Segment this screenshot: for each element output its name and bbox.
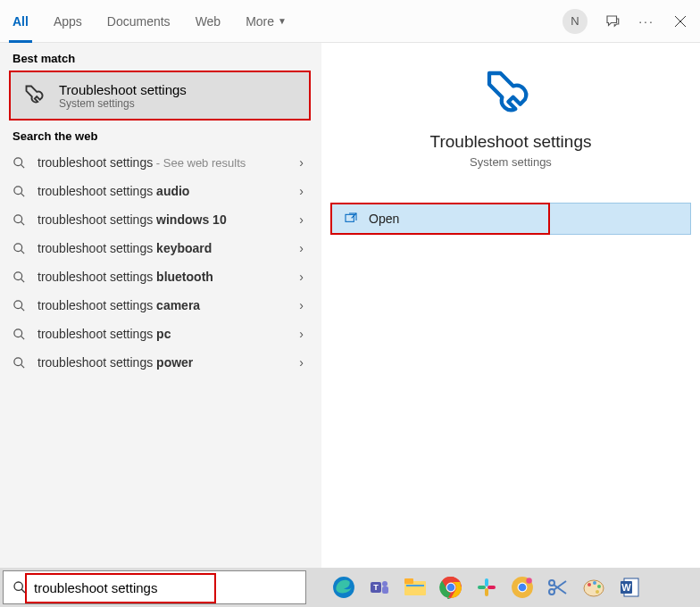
word-icon[interactable]: W: [615, 573, 644, 602]
best-match-item[interactable]: Troubleshoot settings System settings: [11, 72, 309, 119]
web-result[interactable]: troubleshoot settings pc›: [0, 320, 321, 348]
paint-icon[interactable]: [579, 573, 608, 602]
open-action[interactable]: Open: [330, 203, 691, 235]
close-icon[interactable]: [671, 12, 689, 30]
preview-subtitle: System settings: [470, 155, 552, 169]
svg-line-15: [21, 336, 24, 339]
svg-point-16: [14, 357, 22, 365]
search-icon: [12, 156, 29, 170]
tab-web[interactable]: Web: [183, 0, 234, 42]
search-icon: [12, 580, 27, 595]
snip-icon[interactable]: [544, 573, 572, 602]
best-match-subtitle: System settings: [59, 97, 187, 110]
best-match-highlight: Troubleshoot settings System settings: [9, 71, 311, 121]
svg-point-2: [14, 157, 22, 165]
avatar[interactable]: N: [562, 9, 588, 34]
explorer-icon[interactable]: [401, 573, 429, 602]
left-panel: Best match Troubleshoot settings System …: [0, 43, 321, 607]
svg-point-6: [14, 214, 22, 222]
web-result[interactable]: troubleshoot settings keyboard›: [0, 234, 321, 262]
body: Best match Troubleshoot settings System …: [0, 43, 700, 607]
web-result-text: troubleshoot settings bluetooth: [38, 270, 294, 284]
web-result[interactable]: troubleshoot settings audio›: [0, 177, 321, 205]
tab-more[interactable]: More▼: [233, 0, 299, 42]
svg-point-10: [14, 271, 22, 279]
preview: Troubleshoot settings System settings: [321, 43, 700, 187]
web-result[interactable]: troubleshoot settings camera›: [0, 291, 321, 320]
section-best-match: Best match: [0, 43, 321, 71]
svg-rect-33: [478, 586, 486, 589]
feedback-icon[interactable]: [604, 12, 621, 30]
svg-rect-35: [488, 586, 496, 589]
action-area: Open: [330, 203, 691, 235]
web-result[interactable]: troubleshoot settings power›: [0, 348, 321, 377]
section-search-web: Search the web: [0, 121, 321, 148]
svg-line-17: [21, 364, 24, 368]
svg-text:T: T: [373, 583, 379, 592]
svg-line-9: [21, 250, 24, 254]
svg-point-19: [14, 582, 22, 590]
web-results-list: troubleshoot settings - See web results›…: [0, 148, 321, 377]
tab-all[interactable]: All: [0, 0, 41, 42]
search-icon: [12, 213, 29, 227]
svg-rect-28: [406, 585, 424, 586]
open-label: Open: [369, 212, 399, 226]
slack-icon[interactable]: [472, 573, 501, 602]
right-panel: Troubleshoot settings System settings Op…: [321, 43, 700, 607]
tab-apps[interactable]: Apps: [41, 0, 95, 42]
tab-more-label: More: [246, 14, 274, 29]
taskbar: T W: [0, 568, 700, 607]
web-result-text: troubleshoot settings - See web results: [38, 155, 294, 170]
chevron-right-icon[interactable]: ›: [294, 355, 309, 370]
web-result-text: troubleshoot settings pc: [38, 327, 294, 341]
svg-text:W: W: [621, 582, 631, 593]
tab-documents[interactable]: Documents: [95, 0, 183, 42]
header: All Apps Documents Web More▼ N ···: [0, 0, 700, 43]
search-box[interactable]: [3, 570, 306, 604]
wrench-icon: [482, 66, 539, 123]
teams-icon[interactable]: T: [365, 573, 394, 602]
web-result[interactable]: troubleshoot settings windows 10›: [0, 205, 321, 234]
chevron-right-icon[interactable]: ›: [294, 155, 309, 170]
svg-point-39: [526, 578, 532, 584]
svg-point-14: [14, 328, 22, 337]
search-icon: [12, 328, 29, 341]
preview-title: Troubleshoot settings: [430, 132, 592, 152]
chrome-canary-icon[interactable]: [508, 573, 537, 602]
svg-line-11: [21, 279, 24, 282]
svg-rect-25: [382, 586, 388, 594]
svg-point-31: [447, 584, 455, 592]
svg-point-38: [519, 584, 527, 592]
svg-line-5: [21, 193, 24, 196]
open-icon: [344, 212, 358, 226]
chevron-right-icon[interactable]: ›: [294, 241, 309, 255]
web-result-text: troubleshoot settings windows 10: [38, 212, 294, 227]
web-result-text: troubleshoot settings keyboard: [38, 241, 294, 255]
svg-rect-18: [346, 214, 354, 221]
wrench-icon: [21, 81, 50, 110]
best-match-texts: Troubleshoot settings System settings: [59, 82, 187, 110]
taskbar-icons: T W: [329, 573, 644, 602]
web-result-text: troubleshoot settings power: [38, 355, 294, 370]
chevron-right-icon[interactable]: ›: [294, 298, 309, 312]
web-result[interactable]: troubleshoot settings bluetooth›: [0, 262, 321, 291]
search-icon: [12, 356, 29, 370]
chevron-right-icon[interactable]: ›: [294, 212, 309, 227]
search-icon: [12, 299, 29, 312]
web-result[interactable]: troubleshoot settings - See web results›: [0, 148, 321, 177]
more-icon[interactable]: ···: [638, 12, 655, 30]
edge-icon[interactable]: [329, 573, 358, 602]
chevron-right-icon[interactable]: ›: [294, 184, 309, 198]
best-match-title: Troubleshoot settings: [59, 82, 187, 97]
chevron-right-icon[interactable]: ›: [294, 327, 309, 341]
chevron-right-icon[interactable]: ›: [294, 270, 309, 284]
search-input[interactable]: [34, 580, 296, 595]
svg-rect-34: [485, 588, 488, 596]
tabs: All Apps Documents Web More▼: [0, 0, 299, 42]
svg-point-48: [596, 590, 599, 594]
chrome-icon[interactable]: [437, 573, 465, 602]
svg-rect-32: [485, 578, 488, 586]
search-icon: [12, 242, 29, 255]
svg-point-46: [593, 581, 596, 585]
web-result-text: troubleshoot settings audio: [38, 184, 294, 198]
